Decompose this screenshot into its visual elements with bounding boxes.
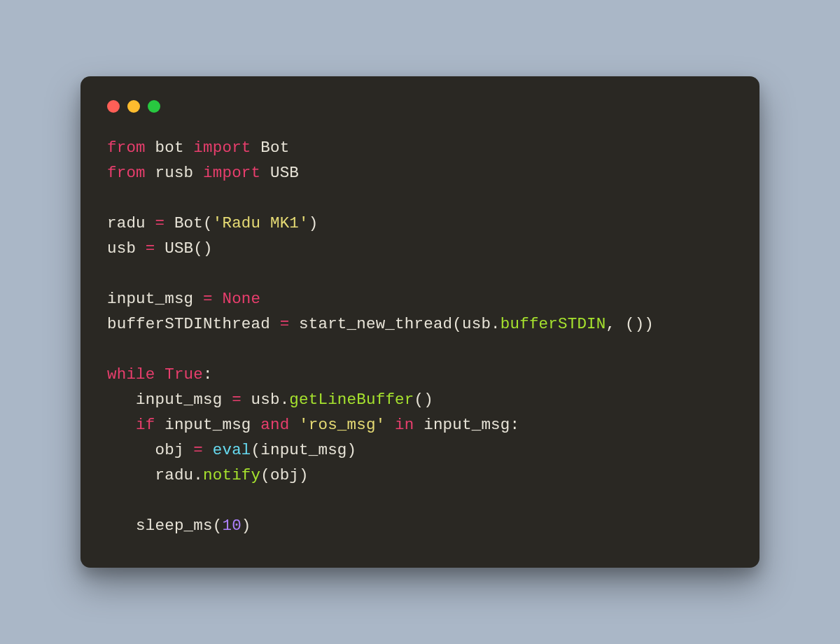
code-line: sleep_ms(10) bbox=[107, 517, 251, 535]
code-line: usb = USB() bbox=[107, 239, 213, 258]
maximize-icon[interactable] bbox=[148, 100, 160, 113]
code-line: input_msg = usb.getLineBuffer() bbox=[107, 391, 433, 409]
code-line: input_msg = None bbox=[107, 290, 260, 308]
code-window: from bot import Bot from rusb import USB… bbox=[80, 76, 760, 568]
code-line: from bot import Bot bbox=[107, 139, 289, 157]
close-icon[interactable] bbox=[107, 100, 120, 113]
code-block: from bot import Bot from rusb import USB… bbox=[107, 135, 733, 538]
code-line: from rusb import USB bbox=[107, 164, 299, 182]
code-line: radu.notify(obj) bbox=[107, 466, 309, 484]
minimize-icon[interactable] bbox=[127, 100, 140, 113]
code-line: if input_msg and 'ros_msg' in input_msg: bbox=[107, 416, 519, 434]
window-controls bbox=[107, 100, 733, 113]
code-line: obj = eval(input_msg) bbox=[107, 441, 356, 459]
code-line: radu = Bot('Radu MK1') bbox=[107, 214, 318, 232]
code-line: while True: bbox=[107, 365, 213, 384]
code-line: bufferSTDINthread = start_new_thread(usb… bbox=[107, 315, 654, 333]
